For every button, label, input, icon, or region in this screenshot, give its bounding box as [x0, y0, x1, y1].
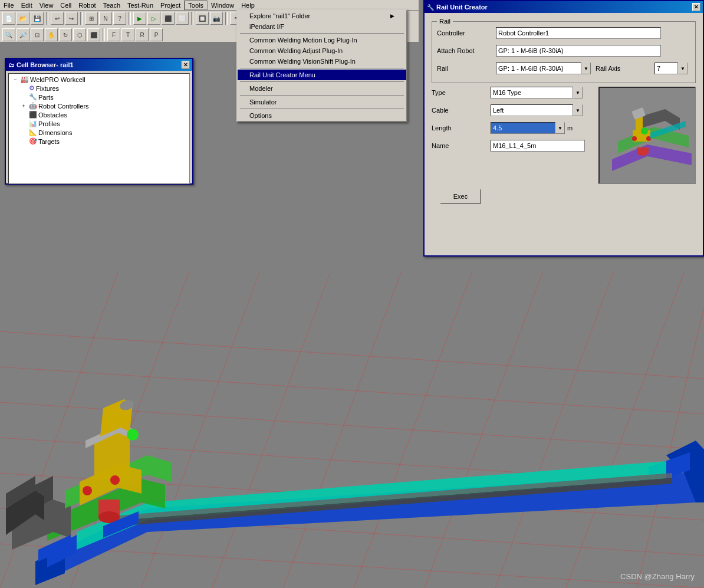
menu-testrun[interactable]: Test-Run	[124, 1, 157, 9]
menu-edit[interactable]: Edit	[18, 1, 36, 9]
tree-root[interactable]: − 🏭 WeldPRO Workcell	[10, 75, 188, 84]
name-row: Name	[432, 140, 585, 152]
length-dropdown-btn[interactable]: ▼	[555, 122, 565, 134]
separator-4	[191, 12, 193, 25]
zoom-out-btn[interactable]: 🔎	[17, 28, 29, 41]
tools-common-welding-vision[interactable]: Common Welding VisionShift Plug-In	[238, 56, 406, 67]
tree-fixtures[interactable]: ⚙ Fixtures	[10, 84, 188, 93]
separator-5	[225, 12, 228, 25]
help-button[interactable]: ?	[113, 12, 126, 25]
length-label: Length	[432, 124, 491, 132]
redo-button[interactable]: ↪	[65, 12, 78, 25]
zoom-in-btn[interactable]: 🔍	[2, 28, 15, 41]
rc-icon: 🤖	[29, 102, 37, 110]
tree-profiles[interactable]: 📊 Profiles	[10, 119, 188, 128]
exec-button[interactable]: Exec	[440, 189, 481, 204]
profiles-icon: 📊	[29, 120, 37, 127]
new-button[interactable]: 📄	[2, 12, 15, 25]
tools-simulator[interactable]: Simulator	[238, 97, 406, 107]
tree-robot-controllers[interactable]: + 🤖 Robot Controllers	[10, 101, 188, 110]
persp-btn[interactable]: P	[150, 28, 163, 41]
view-btn1[interactable]: 🔲	[196, 12, 209, 25]
menu-sep-2	[240, 68, 404, 68]
cell-browser-close-button[interactable]: ✕	[182, 61, 190, 69]
name-input[interactable]	[491, 140, 585, 152]
viewport-3d[interactable]: CSDN @Zhang Harry	[0, 272, 704, 588]
teach-btn4[interactable]: ⬜	[176, 12, 189, 25]
rail-axis-dropdown[interactable]: 7	[654, 63, 678, 74]
fixtures-icon: ⚙	[29, 84, 35, 92]
teach-btn2[interactable]: ▷	[147, 12, 160, 25]
menu-file[interactable]: File	[0, 1, 18, 9]
menu-cell[interactable]: Cell	[57, 1, 75, 9]
menu-project[interactable]: Project	[157, 1, 184, 9]
view-btn2[interactable]: 📷	[210, 12, 223, 25]
cable-dropdown[interactable]: Left	[491, 104, 573, 116]
svg-point-8	[646, 136, 651, 141]
tools-modeler[interactable]: Modeler	[238, 83, 406, 94]
rail-creator-close-button[interactable]: ✕	[692, 3, 700, 11]
rail-creator-title-bar[interactable]: 🔧 Rail Unit Creator ✕	[425, 1, 703, 13]
orbit-btn[interactable]: ↻	[59, 28, 72, 41]
right-view-btn[interactable]: R	[136, 28, 149, 41]
dimensions-label: Dimensions	[38, 129, 72, 136]
tree-dimensions[interactable]: 📐 Dimensions	[10, 128, 188, 137]
rail-dropdown[interactable]: GP: 1 - M-6iB (R-30iA)	[496, 63, 581, 74]
attach-robot-input[interactable]	[496, 45, 661, 57]
rail-dropdown-value: GP: 1 - M-6iB (R-30iA)	[498, 65, 564, 72]
parts-label: Parts	[38, 94, 54, 101]
tree-obstacles[interactable]: ⬛ Obstacles	[10, 110, 188, 119]
teach-btn3[interactable]: ⬛	[162, 12, 175, 25]
teach-btn1[interactable]: ▶	[133, 12, 146, 25]
front-view-btn[interactable]: F	[107, 28, 120, 41]
tree-targets[interactable]: 🎯 Targets	[10, 137, 188, 146]
rail-axis-dropdown-btn[interactable]: ▼	[678, 63, 687, 74]
rail-dropdown-btn[interactable]: ▼	[581, 63, 591, 74]
menu-sep-5	[240, 109, 404, 109]
common-welding-adjust-label: Common Welding Adjust Plug-In	[249, 47, 343, 54]
menu-teach[interactable]: Teach	[100, 1, 124, 9]
undo-button[interactable]: ↩	[51, 12, 64, 25]
menu-robot[interactable]: Robot	[75, 1, 99, 9]
open-button[interactable]: 📂	[17, 12, 29, 25]
rail-form: Rail Controller Attach Robot Rail GP: 1 …	[425, 13, 703, 209]
pan-btn[interactable]: ✋	[45, 28, 58, 41]
cable-label: Cable	[432, 107, 491, 114]
tools-options[interactable]: Options	[238, 110, 406, 121]
parts-icon: 🔧	[29, 93, 37, 101]
cable-row: Cable Left ▼	[432, 104, 585, 116]
length-dropdown-wrapper: 4.5 ▼	[491, 122, 565, 134]
tools-common-welding-motion[interactable]: Common Welding Motion Log Plug-In	[238, 35, 406, 45]
type-dropdown[interactable]: M16 Type	[491, 87, 573, 98]
wireframe-btn[interactable]: ⬡	[73, 28, 86, 41]
menu-help[interactable]: Help	[238, 1, 258, 9]
simulator-label: Simulator	[249, 98, 277, 106]
rail-axis-value: 7	[657, 65, 660, 72]
tools-common-welding-adjust[interactable]: Common Welding Adjust Plug-In	[238, 45, 406, 56]
tools-rail-unit-creator[interactable]: Rail Unit Creator Menu	[238, 70, 406, 80]
length-dropdown[interactable]: 4.5	[491, 122, 555, 134]
rail-axis-label: Rail Axis	[596, 65, 654, 72]
grid-button[interactable]: ⊞	[85, 12, 98, 25]
menu-window[interactable]: Window	[208, 1, 238, 9]
controller-input[interactable]	[496, 27, 661, 39]
menu-tools[interactable]: Tools	[184, 1, 208, 10]
separator-3	[129, 12, 131, 25]
type-value: M16 Type	[493, 89, 521, 96]
save-button[interactable]: 💾	[31, 12, 44, 25]
cell-browser-title-bar[interactable]: 🗂 Cell Browser- rail1 ✕	[6, 59, 192, 71]
solid-btn[interactable]: ⬛	[87, 28, 100, 41]
tree-expand-root: −	[11, 77, 19, 83]
menu-sep-3	[240, 81, 404, 82]
controller-label: Controller	[437, 29, 496, 37]
tree-parts[interactable]: 🔧 Parts	[10, 93, 188, 101]
type-dropdown-btn[interactable]: ▼	[573, 87, 583, 98]
obstacles-label: Obstacles	[38, 111, 67, 119]
tools-explore-folder[interactable]: Explore "rail1" Folder ▶	[238, 11, 406, 21]
cable-dropdown-btn[interactable]: ▼	[573, 104, 583, 116]
menu-view[interactable]: View	[36, 1, 57, 9]
tools-ipendant[interactable]: iPendant I/F	[238, 21, 406, 32]
snap-button[interactable]: N	[99, 12, 112, 25]
top-view-btn[interactable]: T	[121, 28, 134, 41]
zoom-fit-btn[interactable]: ⊡	[31, 28, 44, 41]
